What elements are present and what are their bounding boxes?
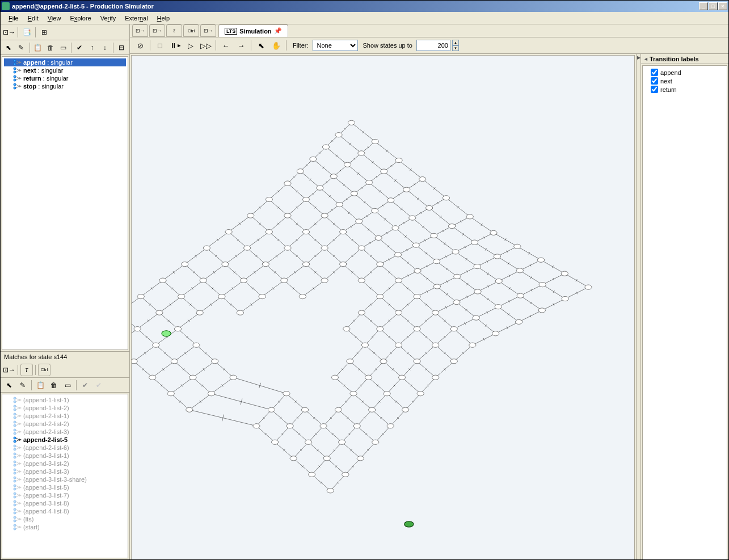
- states-input[interactable]: [416, 40, 450, 51]
- match-item[interactable]: (append-2-list-3): [4, 428, 126, 436]
- copy-icon[interactable]: 📋: [32, 41, 43, 54]
- menu-external[interactable]: External: [120, 14, 152, 23]
- match-item[interactable]: (append-3-list-1): [4, 452, 126, 460]
- maximize-button[interactable]: □: [709, 2, 718, 10]
- svg-line-495: [259, 383, 261, 388]
- filter-select[interactable]: None: [313, 40, 358, 51]
- label-checkbox[interactable]: [651, 86, 658, 93]
- svg-point-33: [14, 496, 16, 498]
- spin-up[interactable]: ▲: [452, 40, 459, 45]
- up-icon[interactable]: ↑: [86, 41, 98, 54]
- down-icon[interactable]: ↓: [99, 41, 111, 54]
- label-checkbox[interactable]: [651, 77, 658, 85]
- menu-explore[interactable]: Explore: [65, 14, 95, 23]
- stop-icon[interactable]: □: [153, 39, 167, 52]
- rule-item[interactable]: return : singular: [4, 74, 126, 82]
- tab-mini-3[interactable]: τ: [166, 24, 182, 37]
- copy2-icon[interactable]: 📋: [34, 379, 47, 391]
- cursor-icon[interactable]: ⬉: [3, 41, 14, 54]
- graph-icon[interactable]: ⊡→: [3, 26, 15, 39]
- match-item[interactable]: (append-2-list-2): [4, 420, 126, 428]
- play-icon[interactable]: ▷: [184, 39, 197, 52]
- back-icon[interactable]: ←: [219, 39, 233, 52]
- svg-point-29: [14, 480, 16, 482]
- delete2-icon[interactable]: 🗑: [48, 379, 60, 391]
- forward-icon[interactable]: →: [234, 39, 248, 52]
- match-item[interactable]: (lts): [4, 515, 126, 523]
- minimize-button[interactable]: _: [699, 2, 708, 10]
- rule-item[interactable]: next : singular: [4, 66, 126, 74]
- svg-point-722: [149, 375, 156, 380]
- stack-icon[interactable]: 📑: [20, 26, 33, 39]
- match-item[interactable]: (append-2-list-1): [4, 412, 126, 420]
- edit2-icon[interactable]: ✎: [16, 379, 29, 391]
- match-item[interactable]: (append-3-list-3): [4, 468, 126, 475]
- panel-collapse-handle[interactable]: ▶: [636, 54, 640, 560]
- svg-point-628: [414, 268, 421, 273]
- ctrl-icon[interactable]: Ctrl: [38, 364, 50, 376]
- match-item[interactable]: (append-1-list-2): [4, 404, 126, 412]
- check2-icon[interactable]: ✔: [79, 379, 91, 391]
- spin-down[interactable]: ▼: [452, 45, 459, 51]
- edit-icon[interactable]: ✎: [15, 41, 27, 54]
- close-button[interactable]: ×: [718, 2, 727, 10]
- rule-item[interactable]: stop : singular: [4, 82, 126, 90]
- match-item[interactable]: (start): [4, 523, 126, 531]
- graph-canvas[interactable]: [131, 55, 635, 560]
- match-item[interactable]: (append-2-list-6): [4, 444, 126, 452]
- tab-simulation[interactable]: LTS Simulation 📌: [218, 24, 288, 37]
- svg-line-143: [422, 226, 424, 228]
- pointer-icon[interactable]: ⬉: [254, 39, 268, 52]
- label-checkbox-row[interactable]: return: [645, 85, 724, 94]
- hand-icon[interactable]: ✋: [269, 39, 283, 52]
- pin-icon[interactable]: 📌: [274, 27, 282, 35]
- match-item[interactable]: (append-3-list-5): [4, 483, 126, 491]
- fast-forward-icon[interactable]: ▷▷: [199, 39, 213, 52]
- match-item[interactable]: (append-3-list-3-share): [4, 475, 126, 483]
- tab-mini-1[interactable]: ⊡→: [132, 24, 148, 37]
- match-item[interactable]: (append-4-list-8): [4, 507, 126, 515]
- match-item[interactable]: append-2-list-5: [4, 436, 126, 444]
- label-checkbox-row[interactable]: next: [645, 77, 724, 85]
- label-checkbox[interactable]: [651, 69, 658, 76]
- rules-tree[interactable]: append : singular next : singular return…: [2, 56, 128, 350]
- grid-icon[interactable]: ⊞: [38, 26, 50, 39]
- svg-line-121: [553, 290, 554, 293]
- graph2-icon[interactable]: ⊡→: [3, 364, 15, 376]
- tab-mini-5[interactable]: ⊡→: [200, 24, 216, 37]
- menu-file[interactable]: File: [4, 14, 23, 23]
- match-item[interactable]: (append-3-list-8): [4, 499, 126, 507]
- svg-point-625: [356, 219, 363, 224]
- menu-verify[interactable]: Verify: [96, 14, 121, 23]
- svg-point-709: [134, 327, 141, 331]
- svg-point-610: [538, 308, 545, 313]
- svg-point-619: [474, 289, 481, 294]
- menu-help[interactable]: Help: [153, 14, 175, 23]
- collapse-icon[interactable]: ⊟: [116, 41, 127, 54]
- rename-icon[interactable]: ▭: [57, 41, 69, 54]
- match-item[interactable]: (append-1-list-1): [4, 396, 126, 404]
- svg-line-159: [509, 287, 511, 289]
- svg-point-677: [240, 278, 247, 283]
- rule-item[interactable]: append : singular: [4, 58, 126, 66]
- svg-point-636: [340, 230, 347, 234]
- tab-mini-2[interactable]: ⊡→: [149, 24, 165, 37]
- match-item[interactable]: (append-3-list-2): [4, 460, 126, 468]
- menu-edit[interactable]: Edit: [23, 14, 43, 23]
- matches-tree[interactable]: (append-1-list-1) (append-1-list-2) (app…: [2, 394, 128, 558]
- tab-mini-4[interactable]: Ctrl: [183, 24, 199, 37]
- check-icon[interactable]: ✔: [74, 41, 85, 54]
- match-item[interactable]: (append-3-list-7): [4, 491, 126, 499]
- check3-icon[interactable]: ✔: [92, 379, 105, 391]
- menu-view[interactable]: View: [43, 14, 66, 23]
- svg-point-638: [377, 262, 384, 267]
- step-back-icon[interactable]: ⏸▶: [168, 39, 182, 52]
- svg-line-457: [151, 287, 153, 289]
- label-checkbox-row[interactable]: append: [645, 68, 724, 77]
- cursor2-icon[interactable]: ⬉: [3, 379, 15, 391]
- rules-toolbar-top: ⊡→ 📑 ⊞: [1, 24, 129, 40]
- rename2-icon[interactable]: ▭: [61, 379, 74, 391]
- delete-icon[interactable]: 🗑: [45, 41, 56, 54]
- forbidden-icon[interactable]: ⊘: [133, 39, 147, 52]
- tau-icon[interactable]: τ: [20, 364, 33, 376]
